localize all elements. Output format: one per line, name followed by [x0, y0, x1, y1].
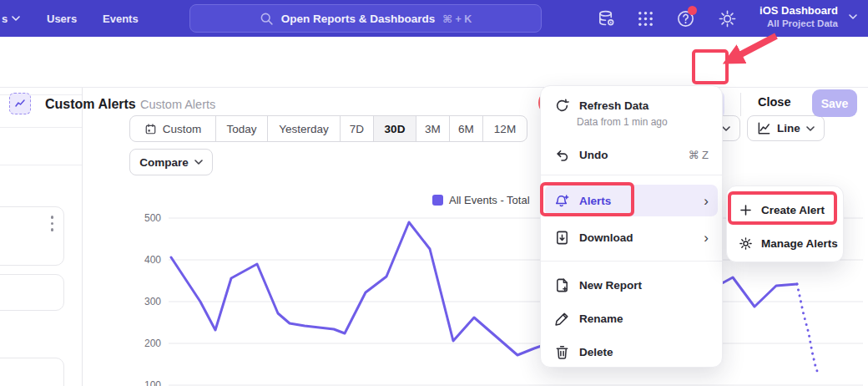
alerts-submenu: Create Alert Manage Alerts — [726, 185, 844, 262]
search-icon — [260, 12, 274, 26]
menu-item-undo[interactable]: Undo ⌘ Z — [541, 140, 722, 170]
chevron-down-icon — [722, 126, 730, 131]
svg-text:300: 300 — [144, 296, 161, 307]
menu-undo-shortcut: ⌘ Z — [688, 149, 709, 161]
apps-grid-icon[interactable] — [634, 8, 656, 29]
settings-gear-icon[interactable] — [716, 8, 738, 29]
chevron-down-icon — [194, 160, 203, 165]
sidebar-card[interactable] — [0, 206, 64, 266]
project-chevron-down-icon — [849, 14, 857, 19]
breadcrumb: Custom Alerts — [140, 98, 215, 111]
submenu-item-manage-alerts[interactable]: Manage Alerts — [727, 228, 843, 258]
nav-item-truncated[interactable]: s — [2, 13, 20, 25]
legend-swatch — [432, 195, 443, 206]
date-range-7d[interactable]: 7D — [341, 116, 374, 141]
sidebar-card[interactable] — [0, 358, 64, 386]
date-range-label: Today — [226, 123, 256, 135]
date-range-label: Custom — [163, 123, 202, 135]
close-button[interactable]: Close — [758, 95, 791, 109]
menu-rename-label: Rename — [579, 312, 623, 325]
create-alert-label: Create Alert — [761, 204, 825, 216]
menu-alerts-label: Alerts — [579, 195, 611, 207]
project-name: iOS Dashboard — [760, 4, 838, 18]
compare-label: Compare — [139, 156, 189, 169]
report-type-icon — [9, 93, 31, 114]
trash-icon — [554, 344, 570, 360]
chevron-down-icon — [806, 126, 815, 131]
submenu-chevron-icon: › — [704, 194, 709, 208]
svg-text:200: 200 — [144, 338, 161, 349]
page-title: Custom Alerts — [45, 97, 136, 112]
app-window: 500400300200100 s Users Events Open Repo… — [0, 0, 868, 386]
date-range-custom[interactable]: Custom — [130, 116, 216, 141]
chart-type-label: Line — [777, 122, 800, 135]
chart-legend[interactable]: All Events - Total — [432, 194, 530, 206]
date-range-label: Yesterday — [279, 123, 329, 135]
menu-delete-label: Delete — [579, 346, 613, 358]
date-range-3m[interactable]: 3M — [416, 116, 450, 141]
plus-icon — [739, 203, 753, 217]
gear-icon — [739, 236, 753, 251]
search-placeholder: Open Reports & Dashboards — [281, 13, 436, 25]
date-range-label: 7D — [350, 123, 364, 135]
nav-item-events[interactable]: Events — [103, 13, 139, 25]
notification-dot — [688, 6, 697, 15]
date-range-12m[interactable]: 12M — [483, 116, 527, 141]
global-search-input[interactable]: Open Reports & Dashboards ⌘ + K — [189, 4, 542, 33]
more-options-menu: Refresh Data Data from 1 min ago Undo ⌘ … — [540, 85, 723, 368]
date-range-label: 12M — [494, 123, 516, 135]
top-navigation-bar: s Users Events Open Reports & Dashboards… — [0, 0, 868, 37]
menu-item-download[interactable]: Download › — [541, 221, 722, 253]
nav-item-users[interactable]: Users — [47, 13, 77, 25]
left-sidebar — [0, 88, 83, 386]
menu-item-refresh-data[interactable]: Refresh Data — [541, 93, 722, 118]
save-button[interactable]: Save — [812, 89, 857, 117]
submenu-chevron-icon: › — [704, 231, 709, 245]
menu-download-label: Download — [579, 231, 633, 244]
date-range-label: 30D — [385, 123, 406, 135]
report-header: Custom Alerts Custom Alerts GV Duplicate… — [0, 37, 868, 88]
data-management-icon[interactable] — [595, 8, 617, 29]
chart-type-button[interactable]: Line — [747, 115, 825, 141]
chevron-down-icon — [12, 16, 20, 21]
svg-text:400: 400 — [144, 254, 161, 266]
submenu-item-create-alert[interactable]: Create Alert — [727, 195, 843, 225]
menu-item-rename[interactable]: Rename — [541, 302, 722, 334]
header-divider — [740, 93, 741, 116]
project-scope: All Project Data — [760, 18, 838, 29]
menu-refresh-subtitle: Data from 1 min ago — [577, 116, 668, 128]
menu-undo-label: Undo — [579, 149, 608, 161]
date-range-selector: Custom Today Yesterday 7D 30D 3M 6M 12M — [129, 115, 527, 142]
legend-label: All Events - Total — [449, 194, 530, 206]
menu-refresh-label: Refresh Data — [579, 99, 648, 112]
line-chart-icon — [757, 121, 771, 135]
card-kebab-menu-icon[interactable] — [51, 216, 54, 231]
menu-item-delete[interactable]: Delete — [541, 336, 722, 368]
menu-new-report-label: New Report — [579, 279, 642, 292]
date-range-6m[interactable]: 6M — [450, 116, 483, 141]
alert-bell-plus-icon — [554, 193, 570, 209]
date-range-30d-selected[interactable]: 30D — [374, 116, 416, 141]
date-range-yesterday[interactable]: Yesterday — [268, 116, 341, 141]
refresh-icon — [554, 98, 570, 114]
project-switcher[interactable]: iOS Dashboard All Project Data — [760, 4, 838, 29]
date-range-label: 3M — [425, 123, 441, 135]
sidebar-card[interactable] — [0, 274, 64, 311]
compare-button[interactable]: Compare — [129, 149, 213, 175]
undo-icon — [554, 147, 570, 163]
nav-users-label: Users — [47, 13, 77, 25]
pencil-icon — [554, 311, 570, 327]
download-icon — [554, 230, 570, 246]
date-range-label: 6M — [458, 123, 474, 135]
calendar-icon — [144, 123, 157, 135]
menu-item-new-report[interactable]: New Report — [541, 269, 722, 301]
svg-text:500: 500 — [144, 212, 161, 224]
new-report-icon — [554, 277, 570, 293]
menu-item-alerts[interactable]: Alerts › — [541, 185, 722, 216]
manage-alerts-label: Manage Alerts — [761, 237, 838, 250]
date-range-today[interactable]: Today — [216, 116, 268, 141]
svg-text:100: 100 — [144, 379, 161, 386]
help-icon[interactable] — [674, 8, 696, 29]
nav-item-truncated-label: s — [2, 13, 8, 25]
nav-events-label: Events — [103, 13, 139, 25]
